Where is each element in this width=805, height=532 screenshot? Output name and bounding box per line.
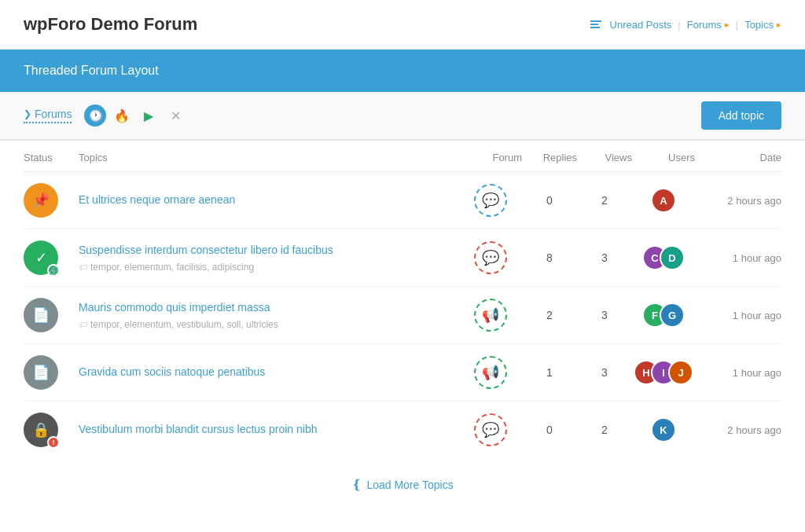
toolbar-icons: 🕐 🔥 ▶ ✕ (84, 105, 186, 127)
views-cell: 3 (577, 309, 632, 321)
nav-separator-2: | (736, 19, 738, 31)
table-row: 🔒 ! Vestibulum morbi blandit cursus lect… (24, 402, 781, 458)
forum-circle-icon: 💬 (474, 413, 507, 446)
locked-status-icon: 🔒 ! (24, 413, 58, 447)
topic-title-link[interactable]: Suspendisse interdum consectetur libero … (79, 244, 333, 256)
load-more-section: ❴ Load More Topics (0, 458, 805, 511)
forums-link[interactable]: Forums ▸ (687, 19, 730, 31)
col-forum-header: Forum (459, 152, 522, 163)
col-users-header: Users (632, 152, 695, 163)
views-cell: 2 (577, 424, 632, 436)
solved-status-icon: ✓ 🔗 (24, 240, 58, 275)
forum-icon-cell: 💬 (459, 184, 522, 217)
date-cell: 1 hour ago (695, 310, 781, 321)
forum-circle-icon: 📢 (474, 356, 507, 389)
topic-title-link[interactable]: Vestibulum morbi blandit cursus lectus p… (79, 423, 318, 435)
topic-content: Suspendisse interdum consectetur libero … (79, 243, 459, 273)
date-cell: 2 hours ago (695, 424, 781, 436)
col-replies-header: Replies (522, 152, 577, 163)
exclamation-badge: ! (47, 436, 60, 449)
status-cell: 📄 (24, 298, 79, 332)
forum-circle-icon: 📢 (474, 299, 507, 332)
topic-title-link[interactable]: Et ultrices neque ornare aenean (79, 193, 235, 206)
load-more-link[interactable]: ❴ Load More Topics (351, 477, 453, 492)
status-cell: 🔒 ! (24, 413, 79, 447)
lock-icon: 🔒 (32, 421, 50, 438)
tag-icon: 🏷 (79, 320, 87, 329)
header-nav: Unread Posts | Forums ▸ | Topics ▸ (590, 19, 781, 31)
topic-title-link[interactable]: Gravida cum sociis natoque penatibus (79, 365, 265, 378)
normal-status-icon-2: 📄 (24, 355, 58, 390)
double-chevron-icon: ❴ (351, 477, 362, 492)
avatar: J (668, 360, 693, 385)
topics-rss-icon: ▸ (777, 20, 781, 30)
normal-status-icon: 📄 (24, 298, 58, 332)
topic-tags: 🏷 tempor, elementum, facilisis, adipisci… (79, 262, 459, 273)
toolbar-left: ❯ Forums 🕐 🔥 ▶ ✕ (24, 105, 186, 127)
users-cell: H I J (632, 360, 695, 385)
unread-posts-link[interactable]: Unread Posts (610, 19, 672, 31)
users-cell: F G (632, 303, 695, 328)
date-cell: 1 hour ago (695, 252, 781, 264)
replies-cell: 0 (522, 424, 577, 436)
views-cell: 2 (577, 194, 632, 207)
table-row: 📌 Et ultrices neque ornare aenean 💬 0 2 … (24, 172, 781, 229)
fire-filter-icon[interactable]: 🔥 (111, 105, 133, 127)
clock-filter-icon[interactable]: 🕐 (84, 105, 106, 127)
forum-icon-cell: 💬 (459, 413, 522, 446)
users-cell: C D (632, 245, 695, 270)
col-topics-header: Topics (79, 152, 459, 163)
avatar: G (660, 303, 685, 328)
topic-title-link[interactable]: Mauris commodo quis imperdiet massa (79, 301, 270, 314)
replies-cell: 0 (522, 194, 577, 207)
status-cell: 📄 (24, 355, 79, 390)
banner-title: Threaded Forum Layout (24, 64, 781, 78)
views-cell: 3 (577, 251, 632, 264)
pinned-status-icon: 📌 (24, 183, 58, 218)
col-status-header: Status (24, 152, 79, 163)
topics-table: Status Topics Forum Replies Views Users … (0, 141, 805, 458)
nav-separator-1: | (678, 19, 680, 31)
forum-toolbar: ❯ Forums 🕐 🔥 ▶ ✕ Add topic (0, 92, 805, 141)
date-cell: 2 hours ago (695, 195, 781, 207)
check-filter-icon[interactable]: ▶ (138, 105, 160, 127)
date-cell: 1 hour ago (695, 367, 781, 379)
users-cell: K (632, 417, 695, 442)
topics-link[interactable]: Topics ▸ (744, 19, 781, 31)
stack-icon (590, 20, 601, 28)
topic-content: Et ultrices neque ornare aenean (79, 193, 459, 208)
topic-content: Vestibulum morbi blandit cursus lectus p… (79, 422, 459, 438)
topic-tags: 🏷 tempor, elementum, vestibulum, soll, u… (79, 319, 459, 330)
forum-circle-icon: 💬 (474, 241, 507, 274)
chevron-down-icon: ❯ (24, 108, 31, 119)
table-row: 📄 Gravida cum sociis natoque penatibus 📢… (24, 344, 781, 402)
forums-rss-icon: ▸ (725, 20, 730, 30)
status-cell: ✓ 🔗 (24, 240, 79, 275)
col-views-header: Views (577, 152, 632, 163)
avatar: D (660, 245, 685, 270)
replies-cell: 2 (522, 309, 577, 321)
avatar: K (651, 417, 676, 442)
forum-banner: Threaded Forum Layout (0, 50, 805, 92)
forum-icon-cell: 📢 (459, 356, 522, 389)
status-cell: 📌 (24, 183, 79, 218)
replies-cell: 8 (522, 251, 577, 264)
forum-circle-icon: 💬 (474, 184, 507, 217)
topic-content: Gravida cum sociis natoque penatibus (79, 365, 459, 380)
table-header: Status Topics Forum Replies Views Users … (24, 141, 781, 172)
views-cell: 3 (577, 366, 632, 379)
col-date-header: Date (695, 152, 781, 163)
table-row: 📄 Mauris commodo quis imperdiet massa 🏷 … (24, 287, 781, 344)
avatar: A (651, 188, 676, 213)
solved-badge: 🔗 (47, 264, 60, 277)
replies-cell: 1 (522, 366, 577, 379)
tag-icon: 🏷 (79, 262, 87, 272)
topic-content: Mauris commodo quis imperdiet massa 🏷 te… (79, 300, 459, 330)
forums-breadcrumb-link[interactable]: ❯ Forums (24, 108, 72, 123)
users-cell: A (632, 188, 695, 213)
close-filter-icon[interactable]: ✕ (164, 105, 186, 127)
add-topic-button[interactable]: Add topic (701, 101, 781, 130)
forum-icon-cell: 💬 (459, 241, 522, 274)
table-row: ✓ 🔗 Suspendisse interdum consectetur lib… (24, 229, 781, 287)
solved-check-icon: ✓ (35, 249, 47, 266)
